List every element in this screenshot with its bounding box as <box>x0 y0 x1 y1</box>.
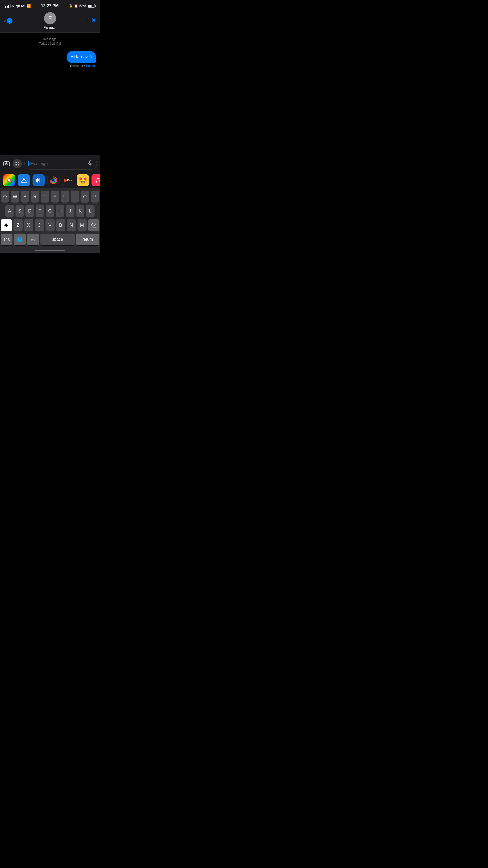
soundhound-app-button[interactable] <box>33 174 45 186</box>
keyboard-row-3: Z X C V B N M <box>1 219 99 231</box>
back-chevron-icon: ‹ <box>4 18 6 23</box>
key-q[interactable]: Q <box>1 191 9 203</box>
key-l[interactable]: L <box>86 205 95 217</box>
numbers-key[interactable]: 123 <box>1 234 12 245</box>
key-j[interactable]: J <box>66 205 74 217</box>
activity-icon <box>49 176 57 184</box>
svg-rect-29 <box>32 237 34 240</box>
svg-rect-17 <box>36 179 37 182</box>
message-bubble[interactable]: Hi farnaz :) <box>67 51 96 63</box>
carrier-label: RighTel <box>12 4 25 8</box>
video-call-button[interactable] <box>88 17 96 25</box>
key-b[interactable]: B <box>56 219 65 231</box>
key-h[interactable]: H <box>56 205 64 217</box>
battery-percent: 53% <box>79 4 86 8</box>
shift-key[interactable] <box>1 219 12 231</box>
contact-info[interactable]: F Farnaz › <box>43 12 56 30</box>
keyboard: Q W E R T Y U I O P A S D F G H J K L Z … <box>0 188 100 253</box>
status-left: RighTel 📶 <box>5 4 31 8</box>
key-d[interactable]: D <box>25 205 34 217</box>
svg-rect-4 <box>5 161 7 162</box>
delete-key[interactable] <box>88 219 99 231</box>
key-r[interactable]: R <box>31 191 39 203</box>
key-x[interactable]: X <box>24 219 33 231</box>
svg-point-15 <box>8 179 10 182</box>
svg-rect-0 <box>88 18 93 22</box>
contact-name: Farnaz › <box>43 25 56 30</box>
music-app-button[interactable] <box>92 174 100 186</box>
key-s[interactable]: S <box>16 205 24 217</box>
return-key[interactable]: return <box>76 234 99 245</box>
key-t[interactable]: T <box>41 191 49 203</box>
messages-area: iMessage Today 12:26 PM Hi farnaz :) Del… <box>0 33 100 155</box>
chat-header: ‹ 2 F Farnaz › <box>0 10 100 33</box>
svg-point-3 <box>6 163 7 164</box>
status-time: 12:27 PM <box>41 4 58 8</box>
avatar: F <box>44 12 56 24</box>
keyboard-row-1: Q W E R T Y U I O P <box>1 191 99 203</box>
photos-app-button[interactable] <box>3 174 15 186</box>
apps-icon <box>13 159 22 168</box>
svg-rect-19 <box>38 179 39 181</box>
message-placeholder: iMessage <box>28 161 48 166</box>
messages-list: Hi farnaz :) Delivered • Edited <box>4 51 96 68</box>
emoji-apps-row: 🍎Cash 🤩 <box>0 172 100 188</box>
appstore-icon <box>20 177 27 184</box>
mic-key[interactable] <box>27 234 39 245</box>
svg-rect-5 <box>89 161 91 163</box>
message-status: Delivered • Edited <box>70 64 95 68</box>
camera-button[interactable] <box>3 160 10 167</box>
svg-rect-18 <box>37 178 38 183</box>
alarm-icon: ⏰ <box>74 4 78 8</box>
back-badge: 2 <box>7 18 12 24</box>
key-p[interactable]: P <box>91 191 99 203</box>
applepay-app-button[interactable]: 🍎Cash <box>62 174 74 186</box>
key-e[interactable]: E <box>21 191 29 203</box>
key-m[interactable]: M <box>78 219 87 231</box>
keyboard-row-2: A S D F G H J K L <box>1 205 99 217</box>
status-dot: • <box>84 64 85 68</box>
svg-text:🍎Cash: 🍎Cash <box>64 179 73 182</box>
signal-bars <box>5 4 11 8</box>
applepay-icon: 🍎Cash <box>64 178 73 183</box>
key-u[interactable]: U <box>61 191 69 203</box>
lock-icon: 🔒 <box>69 4 73 8</box>
message-input[interactable]: iMessage <box>24 158 97 169</box>
key-k[interactable]: K <box>76 205 85 217</box>
appstore-app-button[interactable] <box>18 174 30 186</box>
soundhound-icon <box>35 177 42 184</box>
svg-point-27 <box>96 181 97 183</box>
status-right: 🔒 ⏰ 53% <box>69 4 95 8</box>
memoji-app-button[interactable]: 🤩 <box>77 174 89 186</box>
memoji-icon: 🤩 <box>79 176 87 185</box>
key-n[interactable]: N <box>67 219 76 231</box>
svg-point-25 <box>52 179 55 182</box>
microphone-button[interactable] <box>87 160 93 167</box>
key-g[interactable]: G <box>46 205 54 217</box>
wifi-icon: 📶 <box>26 4 31 8</box>
key-w[interactable]: W <box>11 191 19 203</box>
globe-key[interactable]: 🌐 <box>14 234 26 245</box>
contact-chevron-icon: › <box>55 26 56 30</box>
key-i[interactable]: I <box>71 191 79 203</box>
activity-app-button[interactable] <box>47 174 59 186</box>
input-area: iMessage <box>0 155 100 172</box>
space-key[interactable]: space <box>40 234 75 245</box>
key-v[interactable]: V <box>45 219 55 231</box>
key-c[interactable]: C <box>35 219 44 231</box>
key-f[interactable]: F <box>36 205 44 217</box>
delivered-label: Delivered <box>70 64 83 68</box>
camera-icon <box>3 160 10 167</box>
music-icon <box>94 177 100 184</box>
photos-icon <box>5 176 13 184</box>
key-y[interactable]: Y <box>51 191 59 203</box>
svg-rect-20 <box>40 178 40 183</box>
keyboard-bottom-row: 123 🌐 space return <box>1 234 99 245</box>
back-button[interactable]: ‹ 2 <box>4 18 12 24</box>
key-o[interactable]: O <box>81 191 89 203</box>
svg-rect-21 <box>41 179 41 182</box>
edited-label: Edited <box>86 64 95 68</box>
key-a[interactable]: A <box>5 205 14 217</box>
apps-button[interactable] <box>13 159 22 168</box>
key-z[interactable]: Z <box>13 219 23 231</box>
